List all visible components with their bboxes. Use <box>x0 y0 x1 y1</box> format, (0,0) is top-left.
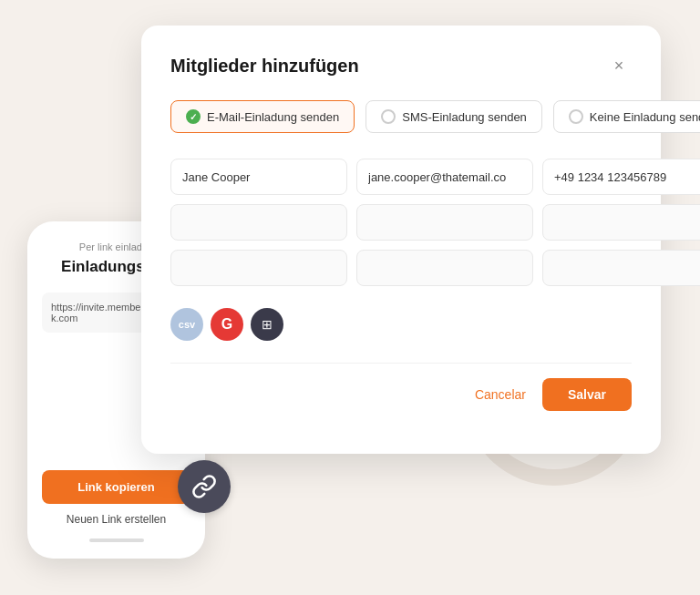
dialog-header: Mitglieder hinzufügen × <box>170 53 632 78</box>
email-input-3[interactable] <box>356 250 533 286</box>
member-form-rows <box>170 159 632 286</box>
copy-link-button[interactable]: Link kopieren <box>42 470 190 504</box>
cancel-button[interactable]: Cancelar <box>475 387 526 402</box>
email-radio-dot <box>186 109 201 124</box>
table-row <box>170 204 632 241</box>
table-row <box>170 159 632 195</box>
phone-input-1[interactable] <box>542 159 700 195</box>
dialog-title: Mitglieder hinzufügen <box>170 56 359 77</box>
save-button[interactable]: Salvar <box>542 378 632 411</box>
no-invite-radio-dot <box>569 109 583 124</box>
phone-input-3[interactable] <box>542 250 700 286</box>
add-members-dialog: Mitglieder hinzufügen × E-Mail-Einladung… <box>141 26 661 454</box>
email-invite-option[interactable]: E-Mail-Einladung senden <box>170 100 355 133</box>
no-invite-label: Keine Einladung senden <box>590 110 700 124</box>
sms-invite-option[interactable]: SMS-Einladung senden <box>365 100 542 133</box>
email-input-1[interactable] <box>356 159 533 195</box>
phone-home-indicator <box>89 539 144 542</box>
import-row: csv G ⊞ <box>170 308 632 341</box>
sms-radio-dot <box>381 109 396 124</box>
grid-import-button[interactable]: ⊞ <box>251 308 283 341</box>
table-row <box>170 250 632 286</box>
invitation-type-group: E-Mail-Einladung senden SMS-Einladung se… <box>170 100 632 133</box>
name-input-1[interactable] <box>170 159 347 195</box>
new-link-label[interactable]: Neuen Link erstellen <box>67 513 166 526</box>
name-input-3[interactable] <box>170 250 347 286</box>
google-icon-label: G <box>221 316 232 333</box>
email-invite-label: E-Mail-Einladung senden <box>207 110 339 124</box>
csv-import-button[interactable]: csv <box>170 308 203 341</box>
phone-input-2[interactable] <box>542 204 700 241</box>
no-invite-option[interactable]: Keine Einladung senden <box>553 100 700 133</box>
chain-link-icon <box>178 460 231 513</box>
email-input-2[interactable] <box>356 204 533 241</box>
sms-invite-label: SMS-Einladung senden <box>402 110 527 124</box>
chain-icon-svg <box>191 474 217 499</box>
close-button[interactable]: × <box>606 53 632 78</box>
grid-icon-label: ⊞ <box>262 317 273 332</box>
google-import-button[interactable]: G <box>211 308 243 341</box>
dialog-footer: Cancelar Salvar <box>170 363 632 411</box>
csv-icon-label: csv <box>179 319 195 330</box>
name-input-2[interactable] <box>170 204 347 241</box>
